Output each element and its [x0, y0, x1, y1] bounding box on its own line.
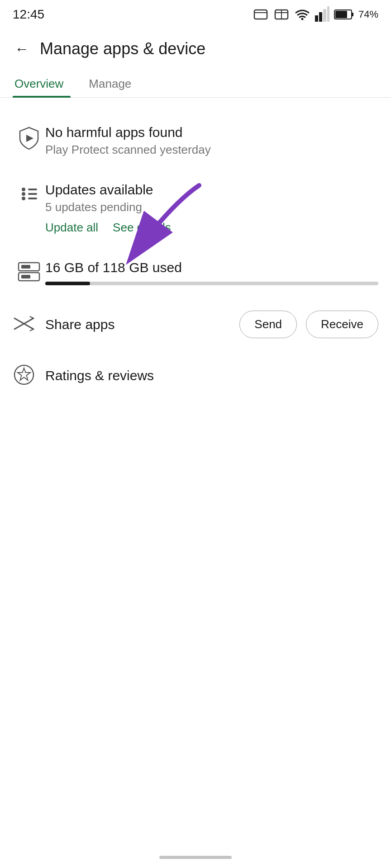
notification-icon-1 — [253, 6, 269, 23]
storage-bar-fill — [45, 282, 90, 285]
svg-rect-23 — [21, 275, 30, 278]
storage-bar — [45, 282, 378, 285]
share-apps-icon — [13, 314, 45, 335]
content-area: No harmful apps found Play Protect scann… — [0, 98, 391, 415]
svg-rect-0 — [254, 10, 267, 19]
storage-row: 16 GB of 118 GB used — [13, 247, 378, 298]
see-details-link[interactable]: See details — [113, 221, 171, 235]
battery-percent: 74% — [358, 9, 378, 20]
ratings-icon — [13, 363, 45, 388]
tab-manage[interactable]: Manage — [87, 69, 138, 97]
updates-title: Updates available — [45, 182, 378, 198]
svg-rect-9 — [327, 6, 329, 22]
updates-icon — [13, 182, 45, 204]
battery-icon — [334, 8, 354, 21]
play-protect-row: No harmful apps found Play Protect scann… — [13, 112, 378, 170]
tab-overview[interactable]: Overview — [13, 69, 71, 97]
ratings-row: Ratings & reviews — [13, 351, 378, 401]
back-arrow-icon: ← — [14, 41, 29, 57]
send-button[interactable]: Send — [239, 311, 297, 338]
svg-rect-11 — [352, 13, 353, 16]
svg-rect-18 — [28, 193, 37, 195]
ratings-label: Ratings & reviews — [45, 368, 154, 383]
header: ← Manage apps & device — [0, 27, 391, 69]
status-icons: 74% — [253, 6, 378, 23]
update-all-link[interactable]: Update all — [45, 221, 98, 235]
play-protect-body: No harmful apps found Play Protect scann… — [45, 125, 378, 157]
play-protect-title: No harmful apps found — [45, 125, 378, 140]
storage-body: 16 GB of 118 GB used — [45, 260, 378, 285]
storage-icon — [13, 260, 45, 282]
svg-marker-27 — [18, 368, 30, 380]
svg-point-5 — [301, 18, 303, 20]
page-title: Manage apps & device — [40, 39, 205, 58]
wifi-icon — [294, 6, 310, 23]
svg-point-14 — [22, 188, 25, 191]
updates-actions: Update all See details — [45, 221, 378, 235]
share-apps-label: Share apps — [45, 317, 239, 332]
receive-button[interactable]: Receive — [306, 311, 378, 338]
share-apps-buttons: Send Receive — [239, 311, 378, 338]
svg-rect-19 — [28, 198, 37, 199]
svg-point-16 — [22, 197, 25, 200]
svg-rect-6 — [315, 15, 318, 22]
back-button[interactable]: ← — [9, 36, 34, 61]
svg-rect-17 — [28, 189, 37, 190]
play-protect-subtitle: Play Protect scanned yesterday — [45, 143, 378, 157]
storage-title: 16 GB of 118 GB used — [45, 260, 378, 275]
updates-row: Updates available 5 updates pending Upda… — [13, 170, 378, 247]
updates-subtitle: 5 updates pending — [45, 200, 378, 214]
tabs-container: Overview Manage — [0, 69, 391, 98]
svg-marker-13 — [26, 135, 33, 142]
status-time: 12:45 — [13, 7, 44, 22]
signal-icon — [315, 6, 329, 23]
svg-rect-12 — [335, 11, 347, 18]
svg-rect-7 — [319, 12, 322, 22]
svg-rect-22 — [21, 265, 30, 269]
play-protect-icon — [13, 125, 45, 150]
share-apps-row: Share apps Send Receive — [13, 298, 378, 351]
status-bar: 12:45 74% — [0, 0, 391, 27]
bottom-nav-indicator — [159, 856, 232, 859]
updates-body: Updates available 5 updates pending Upda… — [45, 182, 378, 235]
svg-rect-8 — [323, 9, 326, 22]
svg-point-15 — [22, 192, 25, 196]
notification-icon-2 — [273, 6, 290, 23]
